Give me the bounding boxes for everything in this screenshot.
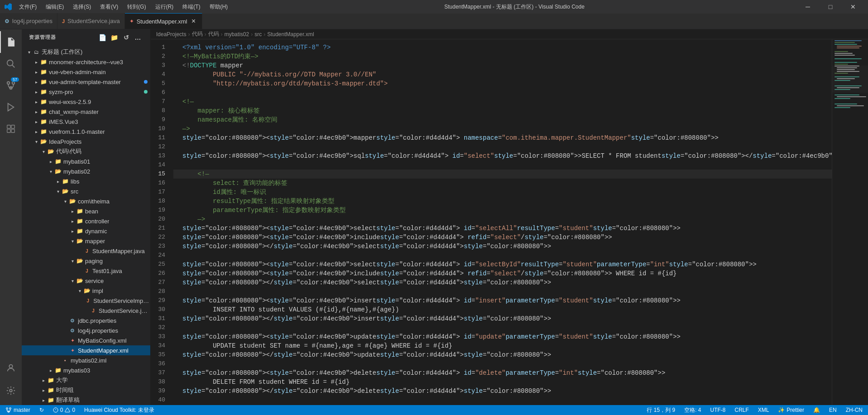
breadcrumb-part-1[interactable]: 代码 [192,30,203,38]
code-line-39[interactable]: style="color:#808080"></style="color:#4e… [173,387,832,396]
code-line-26[interactable]: style="color:#808080"><style="color:#4ec… [173,269,832,278]
sidebar-item-mybatis02[interactable]: ▾ 📂 mybatis02 [22,166,150,176]
en-lang[interactable]: EN [827,405,839,415]
code-line-35[interactable]: style="color:#808080"></style="color:#4e… [173,350,832,359]
refresh-button[interactable]: ↺ [121,33,131,42]
menu-terminal[interactable]: 终端(T) [179,2,204,12]
code-line-20[interactable]: —> [173,215,832,224]
code-line-22[interactable]: style="color:#808080"><style="color:#4ec… [173,233,832,242]
code-line-29[interactable]: style="color:#808080"><style="color:#4ec… [173,296,832,305]
menu-run[interactable]: 运行(R) [152,2,177,12]
cloud-toolkit[interactable]: Huawei Cloud Toolkit: 未登录 [82,405,156,415]
code-line-24[interactable] [173,251,832,260]
sidebar-item-paging[interactable]: ▾ 📂 paging [22,256,150,266]
sidebar-item-daxue[interactable]: ▸ 📁 大学 [22,375,150,385]
code-line-31[interactable]: style="color:#808080"></style="color:#4e… [173,314,832,323]
activity-extensions[interactable] [0,118,22,140]
sidebar-item-shijianzu[interactable]: ▸ 📁 时间组 [22,385,150,395]
code-line-23[interactable]: style="color:#808080"></style="color:#4e… [173,242,832,251]
code-line-13[interactable]: style="color:#808080"><style="color:#4ec… [173,151,832,160]
sidebar-item-mybatis02iml[interactable]: ▪ mybatis02.iml [22,355,150,365]
sidebar-item-fanyicaopan[interactable]: ▸ 📁 翻译草稿 [22,395,150,405]
code-line-7[interactable]: <!— [173,97,832,106]
activity-account[interactable] [0,357,22,379]
code-line-1[interactable]: <?xml version="1.0" encoding="UTF-8" ?> [173,43,832,52]
activity-run[interactable] [0,96,22,118]
activity-settings[interactable] [0,380,22,401]
encoding[interactable]: UTF-8 [708,405,727,415]
code-line-34[interactable]: UPDATE student SET name = #{name},age = … [173,341,832,350]
code-line-8[interactable]: mapper: 核心根标签 [173,106,832,115]
sidebar-item-vuefrom[interactable]: ▸ 📁 vuefrom.1.1.0-master [22,127,150,137]
code-line-2[interactable]: <!—MyBatis的DTD约束—> [173,52,832,61]
code-line-14[interactable] [173,160,832,170]
sidebar-item-bean[interactable]: ▸ 📁 bean [22,206,150,216]
sidebar-item-impl[interactable]: ▾ 📂 impl [22,286,150,296]
sidebar-item-imes[interactable]: ▸ 📁 iMES.Vue3 [22,117,150,127]
menu-view[interactable]: 查看(V) [96,2,122,12]
activity-explorer[interactable] [0,31,22,53]
line-ending[interactable]: CRLF [733,405,750,415]
tab-close-button[interactable]: × [190,18,197,25]
cursor-position[interactable]: 行 15，列 9 [645,405,677,415]
code-line-32[interactable] [173,323,832,332]
indentation[interactable]: 空格: 4 [682,405,703,415]
errors-count[interactable]: 0 0 [51,405,77,415]
menu-select[interactable]: 选择(S) [69,2,95,12]
sidebar-item-jdbc[interactable]: ⚙ jdbc.properties [22,316,150,325]
menu-goto[interactable]: 转到(G) [124,2,149,12]
minimize-button[interactable]: ─ [797,0,818,14]
sidebar-item-syzm[interactable]: ▸ 📁 syzm-pro [22,87,150,97]
tab-studentservice[interactable]: J StudentService.java [57,13,125,29]
code-line-5[interactable]: "http://mybatis.org/dtd/mybatis-3-mapper… [173,79,832,88]
prettier-btn[interactable]: ✨ Prettier [776,405,806,415]
tab-log4j[interactable]: ⚙ log4j.properties [0,13,57,29]
menu-help[interactable]: 帮助(H) [206,2,232,12]
zh-lang[interactable]: ZH-CN [844,405,864,415]
code-line-16[interactable]: select: 查询功能的标签 [173,179,832,188]
sidebar-item-monomer[interactable]: ▸ 📁 monomer-architecture--vue3 [22,57,150,67]
code-line-6[interactable] [173,88,832,97]
code-line-19[interactable]: parameterType属性: 指定参数映射对象类型 [173,206,832,215]
sidebar-item-src[interactable]: ▾ 📂 src [22,186,150,196]
menu-bar[interactable]: 文件(F) 编辑(E) 选择(S) 查看(V) 转到(G) 运行(R) 终端(T… [15,2,231,12]
sidebar-item-weui[interactable]: ▸ 📁 weui-wxss-2.5.9 [22,97,150,107]
code-line-3[interactable]: <!DOCTYPE mapper [173,61,832,70]
sidebar-item-vuevben[interactable]: ▸ 📁 vue-vben-admin-main [22,67,150,77]
activity-source-control[interactable]: 57 [0,75,22,96]
bell-btn[interactable]: 🔔 [811,405,822,415]
sidebar-item-mybatisconfig[interactable]: ✦ MyBatisConfig.xml [22,335,150,345]
code-line-36[interactable] [173,359,832,368]
new-file-button[interactable]: 📄 [98,33,108,42]
menu-edit[interactable]: 编辑(E) [42,2,67,12]
sidebar-item-mapper[interactable]: ▾ 📂 mapper [22,236,150,246]
code-line-38[interactable]: DELETE FROM student WHERE id = #{id} [173,377,832,387]
sidebar-item-libs[interactable]: ▸ 📁 libs [22,176,150,186]
sidebar-item-idea[interactable]: ▾ 📂 IdeaProjects [22,137,150,146]
sidebar-item-vueadmin[interactable]: ▸ 📁 vue-admin-template-master [22,77,150,87]
code-line-28[interactable] [173,287,832,296]
more-actions-button[interactable]: … [133,33,143,42]
code-content[interactable]: <?xml version="1.0" encoding="UTF-8" ?><… [173,39,832,405]
code-line-30[interactable]: INSERT INTO student VALUES (#{id},#{name… [173,305,832,314]
code-line-9[interactable]: namespace属性: 名称空间 [173,115,832,124]
breadcrumb-part-4[interactable]: src [254,31,262,38]
sidebar-item-studentmapperxml[interactable]: ✦ StudentMapper.xml [22,345,150,355]
sidebar-item-mybatis03[interactable]: ▸ 📁 mybatis03 [22,365,150,375]
code-line-37[interactable]: style="color:#808080"><style="color:#4ec… [173,368,832,377]
code-line-40[interactable] [173,396,832,405]
sidebar-item-daima[interactable]: ▾ 📂 代码\代码 [22,146,150,156]
code-line-11[interactable]: style="color:#808080"><style="color:#4ec… [173,133,832,142]
close-button[interactable]: ✕ [843,0,863,14]
code-line-21[interactable]: style="color:#808080"><style="color:#4ec… [173,224,832,233]
code-line-10[interactable]: —> [173,124,832,133]
code-line-15[interactable]: <!— [173,170,832,179]
code-line-27[interactable]: style="color:#808080"></style="color:#4e… [173,278,832,287]
breadcrumb-part-2[interactable]: 代码 [208,30,219,38]
code-editor[interactable]: 1234567891011121314151617181920212223242… [151,39,868,405]
sidebar-item-comitheima[interactable]: ▾ 📂 com\itheima [22,196,150,206]
sidebar-item-chat[interactable]: ▸ 📁 chat_wxmp-master [22,107,150,117]
sidebar-item-mybatis01[interactable]: ▸ 📁 mybatis01 [22,156,150,166]
menu-file[interactable]: 文件(F) [15,2,40,12]
git-branch[interactable]: master [4,405,32,415]
